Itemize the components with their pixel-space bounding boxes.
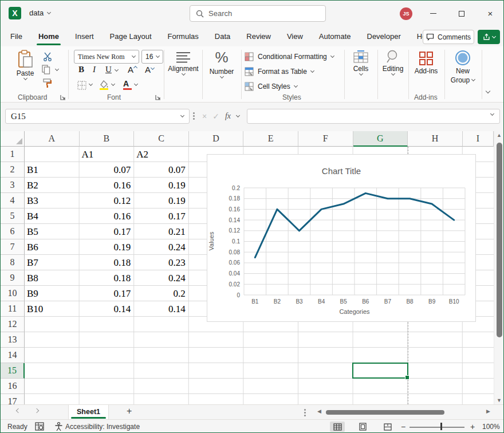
conditional-formatting-button[interactable]: Conditional Formatting bbox=[245, 52, 334, 61]
column-header-g-selected[interactable]: G bbox=[353, 131, 408, 147]
insert-function-icon[interactable]: fx bbox=[225, 112, 231, 121]
cell-styles-button[interactable]: Cell Styles bbox=[245, 82, 297, 91]
formula-input[interactable] bbox=[247, 109, 500, 124]
row-header-1[interactable]: 1 bbox=[1, 147, 25, 162]
cell-a5[interactable]: B4 bbox=[25, 208, 79, 224]
vertical-scrollbar[interactable]: ▲ ▼ bbox=[494, 131, 504, 404]
cell-b7[interactable]: 0.19 bbox=[80, 239, 134, 255]
cell-b4[interactable]: 0.12 bbox=[80, 193, 134, 208]
column-header-e[interactable]: E bbox=[243, 131, 298, 147]
cell-c5[interactable]: 0.17 bbox=[134, 208, 188, 224]
cut-icon[interactable] bbox=[43, 52, 52, 61]
format-painter-icon[interactable] bbox=[42, 78, 52, 88]
cell-c2[interactable]: 0.07 bbox=[134, 162, 188, 178]
zoom-slider-thumb[interactable] bbox=[440, 423, 442, 430]
cell-c8[interactable]: 0.23 bbox=[134, 255, 188, 270]
zoom-level[interactable]: 100% bbox=[482, 423, 500, 431]
accessibility-status[interactable]: Accessibility: Investigate bbox=[65, 423, 140, 431]
row-header-15-selected[interactable]: 15 bbox=[1, 363, 25, 379]
cell-a4[interactable]: B3 bbox=[25, 193, 79, 208]
shrink-font-button[interactable]: A bbox=[145, 65, 154, 74]
underline-button[interactable]: U bbox=[105, 65, 112, 74]
alignment-button[interactable]: Alignment bbox=[167, 51, 200, 75]
column-header-i[interactable]: I bbox=[463, 131, 494, 147]
column-header-c[interactable]: C bbox=[134, 131, 189, 147]
addins-button[interactable]: Add-ins bbox=[411, 51, 442, 75]
column-header-f[interactable]: F bbox=[298, 131, 353, 147]
close-button[interactable]: × bbox=[478, 1, 503, 26]
collapse-ribbon-chevron[interactable] bbox=[486, 89, 490, 93]
search-input[interactable]: Search bbox=[190, 5, 326, 22]
column-header-b[interactable]: B bbox=[80, 131, 135, 147]
borders-icon[interactable] bbox=[77, 81, 86, 90]
hscroll-right-icon[interactable]: ▶ bbox=[486, 408, 490, 414]
font-size-select[interactable]: 16 bbox=[141, 50, 163, 64]
document-title[interactable]: data bbox=[29, 9, 50, 17]
cell-a6[interactable]: B5 bbox=[25, 224, 79, 239]
row-header-4[interactable]: 4 bbox=[1, 193, 25, 208]
add-sheet-button[interactable]: + bbox=[127, 406, 132, 416]
column-header-a[interactable]: A bbox=[25, 131, 80, 147]
hscroll-left-icon[interactable]: ◀ bbox=[317, 408, 321, 414]
cell-a8[interactable]: B7 bbox=[25, 255, 79, 270]
tab-data[interactable]: Data bbox=[214, 31, 231, 42]
row-header-13[interactable]: 13 bbox=[1, 332, 25, 348]
cell-a2[interactable]: B1 bbox=[25, 162, 79, 178]
macro-record-icon[interactable] bbox=[35, 422, 44, 431]
sheet-tab-sheet1[interactable]: Sheet1 bbox=[68, 405, 109, 419]
cell-b2[interactable]: 0.07 bbox=[80, 162, 134, 178]
cell-b9[interactable]: 0.18 bbox=[80, 270, 134, 286]
name-box[interactable]: G15 bbox=[5, 109, 190, 124]
cell-c9[interactable]: 0.24 bbox=[134, 270, 188, 286]
cell-c1[interactable]: A2 bbox=[134, 147, 188, 162]
cell-b11[interactable]: 0.14 bbox=[80, 301, 134, 317]
selected-cell-g15[interactable] bbox=[352, 363, 408, 379]
cell-a10[interactable]: B9 bbox=[25, 286, 79, 301]
cell-a9[interactable]: B8 bbox=[25, 270, 79, 286]
tab-view[interactable]: View bbox=[286, 31, 304, 42]
accessibility-icon[interactable] bbox=[54, 422, 63, 431]
row-header-11[interactable]: 11 bbox=[1, 301, 25, 317]
minimize-button[interactable] bbox=[420, 1, 446, 26]
tabbar-splitter-handle[interactable] bbox=[304, 409, 306, 411]
cell-a11[interactable]: B10 bbox=[25, 301, 79, 317]
tab-file[interactable]: File bbox=[10, 31, 23, 42]
number-button[interactable]: % Number bbox=[206, 49, 238, 78]
editing-button[interactable]: Editing bbox=[379, 50, 407, 75]
font-color-dropdown-chevron[interactable] bbox=[134, 82, 138, 86]
prev-sheet-icon[interactable] bbox=[16, 408, 21, 413]
cancel-icon[interactable]: × bbox=[202, 112, 207, 121]
tab-home[interactable]: Home bbox=[38, 31, 60, 42]
cell-a7[interactable]: B6 bbox=[25, 239, 79, 255]
row-header-16[interactable]: 16 bbox=[1, 379, 25, 394]
zoom-out-button[interactable]: − bbox=[401, 422, 405, 431]
cell-c6[interactable]: 0.21 bbox=[134, 224, 188, 239]
tab-developer[interactable]: Developer bbox=[367, 31, 401, 42]
next-sheet-icon[interactable] bbox=[34, 408, 39, 413]
fill-color-dropdown-chevron[interactable] bbox=[111, 82, 115, 86]
cell-b10[interactable]: 0.17 bbox=[80, 286, 134, 301]
avatar[interactable]: JS bbox=[400, 7, 412, 20]
row-header-12[interactable]: 12 bbox=[1, 317, 25, 332]
underline-dropdown-chevron[interactable] bbox=[115, 68, 119, 72]
share-button[interactable] bbox=[478, 30, 500, 44]
horizontal-scrollbar-thumb[interactable] bbox=[326, 410, 444, 415]
row-header-17[interactable]: 17 bbox=[1, 394, 25, 404]
cell-b1[interactable]: A1 bbox=[80, 147, 134, 162]
formula-bar-handle[interactable] bbox=[193, 112, 195, 114]
tab-page-layout[interactable]: Page Layout bbox=[109, 31, 152, 42]
format-as-table-button[interactable]: Format as Table bbox=[245, 67, 314, 76]
column-header-h[interactable]: H bbox=[408, 131, 463, 147]
row-header-8[interactable]: 8 bbox=[1, 255, 25, 270]
copy-icon[interactable] bbox=[42, 65, 50, 74]
vertical-scrollbar-thumb[interactable] bbox=[497, 143, 502, 337]
row-header-10[interactable]: 10 bbox=[1, 286, 25, 301]
chevron-down-icon[interactable] bbox=[236, 113, 240, 117]
enter-icon[interactable]: ✓ bbox=[212, 112, 219, 121]
cell-b8[interactable]: 0.18 bbox=[80, 255, 134, 270]
font-name-select[interactable]: Times New Rom bbox=[74, 50, 139, 64]
zoom-in-button[interactable]: + bbox=[470, 422, 475, 431]
cell-c4[interactable]: 0.19 bbox=[134, 193, 188, 208]
row-header-9[interactable]: 9 bbox=[1, 270, 25, 286]
tab-formulas[interactable]: Formulas bbox=[167, 31, 199, 42]
